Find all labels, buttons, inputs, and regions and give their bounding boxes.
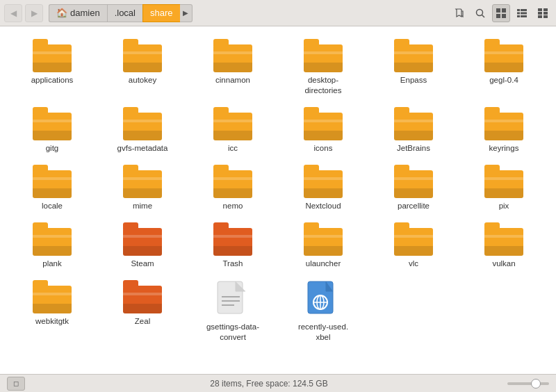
svg-rect-2 (496, 8, 500, 13)
folder-icon-vlc (394, 222, 433, 256)
file-grid: applications autokey (7, 33, 549, 348)
view-list-button[interactable] (513, 4, 531, 22)
breadcrumb-share[interactable]: share (142, 4, 180, 22)
file-item-mime[interactable]: mime (97, 159, 188, 217)
folder-icon-plank (33, 222, 72, 256)
file-label-keyrings: keyrings (489, 143, 519, 154)
file-label-pix: pix (499, 201, 509, 211)
folder-icon-nemo (213, 165, 252, 198)
svg-rect-11 (521, 15, 527, 17)
zoom-slider[interactable] (507, 382, 549, 385)
file-label-parcellite: parcellite (398, 201, 430, 211)
statusbar-text: 28 items, Free space: 124.5 GB (31, 379, 507, 389)
zoom-thumb[interactable] (531, 379, 541, 389)
file-item-locale[interactable]: locale (7, 159, 97, 217)
file-grid-container[interactable]: applications autokey (0, 26, 556, 374)
breadcrumb-home-label: damien (70, 8, 100, 18)
file-label-autokey: autokey (129, 75, 156, 85)
breadcrumb-local-label: .local (115, 8, 136, 18)
folder-icon-jetbrains (394, 107, 433, 140)
file-item-pix[interactable]: pix (459, 159, 549, 217)
file-item-gvfs-metadata[interactable]: gvfs-metadata (97, 101, 188, 159)
view-icons-button[interactable] (492, 4, 510, 22)
svg-rect-10 (517, 15, 520, 17)
file-label-nemo: nemo (223, 201, 243, 211)
zoom-control (507, 382, 549, 385)
folder-icon-webkitgtk (33, 280, 72, 313)
file-item-jetbrains[interactable]: JetBrains (368, 101, 459, 159)
file-item-keyrings[interactable]: keyrings (459, 101, 549, 159)
breadcrumb-local[interactable]: .local (107, 4, 142, 22)
bookmark-button[interactable] (450, 4, 468, 22)
file-label-icc: icc (228, 143, 238, 154)
folder-icon-gvfs-metadata (123, 107, 162, 140)
file-item-autokey[interactable]: autokey (97, 33, 188, 101)
breadcrumb-share-label: share (150, 8, 173, 18)
folder-icon-pix (484, 165, 523, 198)
file-item-icc[interactable]: icc (188, 101, 278, 159)
file-item-applications[interactable]: applications (7, 33, 97, 101)
svg-rect-5 (502, 14, 506, 18)
svg-rect-8 (517, 12, 520, 14)
file-item-gitg[interactable]: gitg (7, 101, 97, 159)
folder-icon-applications (33, 39, 72, 72)
file-item-gsettings-data-convert[interactable]: gsettings-data-convert (188, 275, 278, 348)
folder-icon-nextcloud (304, 165, 343, 198)
file-item-ulauncher[interactable]: ulauncher (278, 217, 368, 275)
toolbar: ◀ ▶ 🏠 damien .local share ▶ (0, 0, 556, 26)
folder-icon-mime (123, 165, 162, 198)
back-button[interactable]: ◀ (4, 4, 22, 22)
file-label-recently-used-xbel: recently-used.xbel (298, 322, 348, 343)
file-item-cinnamon[interactable]: cinnamon (188, 33, 278, 101)
breadcrumb: 🏠 damien .local share ▶ (49, 4, 193, 22)
file-item-webkitgtk[interactable]: webkitgtk (7, 275, 97, 348)
folder-icon-locale (33, 165, 72, 198)
file-item-plank[interactable]: plank (7, 217, 97, 275)
file-item-trash[interactable]: Trash (188, 217, 278, 275)
file-item-enpass[interactable]: Enpass (368, 33, 459, 101)
file-item-vlc[interactable]: vlc (368, 217, 459, 275)
file-item-nemo[interactable]: nemo (188, 159, 278, 217)
breadcrumb-expand[interactable]: ▶ (180, 4, 193, 22)
search-button[interactable] (471, 4, 489, 22)
home-icon: 🏠 (56, 8, 67, 18)
folder-icon-enpass (394, 39, 433, 72)
file-item-vulkan[interactable]: vulkan (459, 217, 549, 275)
svg-rect-16 (538, 15, 542, 18)
svg-rect-7 (521, 9, 527, 11)
folder-icon-vulkan (484, 222, 523, 256)
folder-icon-icc (213, 107, 252, 140)
file-label-webkitgtk: webkitgtk (35, 316, 69, 327)
file-label-zeal: Zeal (135, 316, 150, 327)
svg-rect-12 (538, 8, 542, 11)
expand-icon: ◻ (13, 379, 19, 387)
svg-rect-6 (517, 9, 520, 11)
folder-icon-ulauncher (304, 222, 343, 256)
file-label-vulkan: vulkan (492, 259, 515, 269)
expand-panel-button[interactable]: ◻ (7, 377, 25, 391)
folder-icon-keyrings (484, 107, 523, 140)
file-item-recently-used-xbel[interactable]: recently-used.xbel (278, 275, 368, 348)
svg-rect-17 (543, 15, 548, 18)
file-label-gvfs-metadata: gvfs-metadata (117, 143, 168, 154)
file-item-desktop-directories[interactable]: desktop-directories (278, 33, 368, 101)
file-item-steam[interactable]: Steam (97, 217, 188, 275)
view-compact-button[interactable] (534, 4, 552, 22)
file-item-zeal[interactable]: Zeal (97, 275, 188, 348)
file-item-icons[interactable]: icons (278, 101, 368, 159)
svg-rect-3 (502, 8, 506, 13)
file-label-trash: Trash (223, 259, 243, 269)
file-item-gegl-0.4[interactable]: gegl-0.4 (459, 33, 549, 101)
file-label-desktop-directories: desktop-directories (304, 75, 341, 96)
main-area: applications autokey (0, 26, 556, 374)
file-label-plank: plank (42, 259, 62, 269)
file-item-parcellite[interactable]: parcellite (368, 159, 459, 217)
file-label-mime: mime (133, 201, 152, 211)
svg-rect-15 (543, 12, 548, 15)
file-label-gitg: gitg (46, 143, 59, 154)
breadcrumb-home[interactable]: 🏠 damien (49, 4, 107, 22)
file-label-cinnamon: cinnamon (215, 75, 250, 85)
file-item-nextcloud[interactable]: Nextcloud (278, 159, 368, 217)
forward-button[interactable]: ▶ (25, 4, 43, 22)
folder-icon-cinnamon (213, 39, 252, 72)
